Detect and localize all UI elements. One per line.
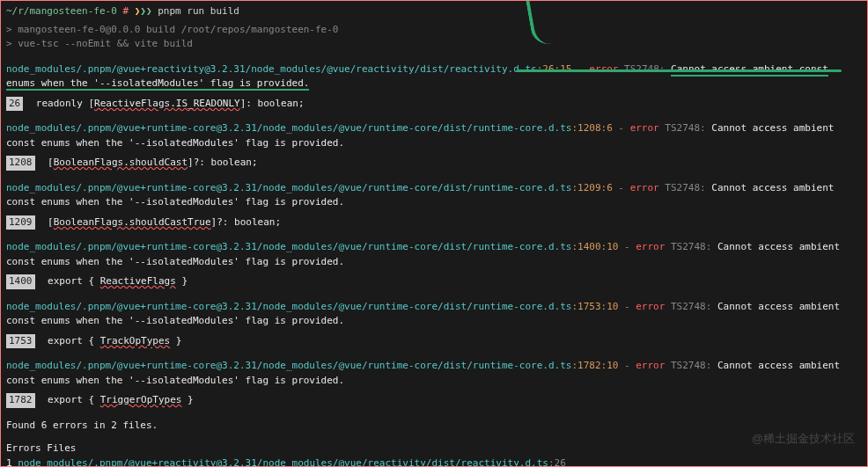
terminal-window[interactable]: ~/r/mangosteen-fe-0 # ❯❯❯ pnpm run build… (0, 0, 868, 467)
error-location: node_modules/.pnpm/@vue+runtime-core@3.2… (6, 181, 862, 210)
error-location: node_modules/.pnpm/@vue+runtime-core@3.2… (6, 300, 862, 329)
summary-header: Errors Files (6, 441, 862, 456)
build-line-1: > mangosteen-fe-0@0.0.0 build /root/repo… (6, 23, 862, 38)
error-snippet: 1208 [BooleanFlags.shouldCast]?: boolean… (6, 156, 862, 171)
summary-found: Found 6 errors in 2 files. (6, 419, 862, 434)
error-block: node_modules/.pnpm/@vue+runtime-core@3.2… (6, 240, 862, 289)
annotation-underline (516, 69, 842, 72)
prompt-separator-2: ❯❯ (140, 5, 151, 17)
error-snippet: 26 readonly [ReactiveFlags.IS_READONLY]:… (6, 97, 862, 112)
prompt-command: pnpm run build (158, 5, 239, 17)
error-block: node_modules/.pnpm/@vue+runtime-core@3.2… (6, 300, 862, 349)
error-block: node_modules/.pnpm/@vue+runtime-core@3.2… (6, 359, 862, 408)
build-line-2: > vue-tsc --noEmit && vite build (6, 37, 862, 52)
error-block: node_modules/.pnpm/@vue+runtime-core@3.2… (6, 121, 862, 171)
prompt-path: ~/r/mangosteen-fe-0 (6, 5, 117, 17)
summary: Found 6 errors in 2 files. Errors Files … (6, 419, 862, 468)
error-location: node_modules/.pnpm/@vue+runtime-core@3.2… (6, 359, 862, 388)
prompt-hash: # (122, 5, 134, 17)
error-snippet: 1753 export { TrackOpTypes } (6, 334, 862, 349)
errors-list: node_modules/.pnpm/@vue+reactivity@3.2.3… (6, 62, 862, 408)
error-block: node_modules/.pnpm/@vue+runtime-core@3.2… (6, 181, 862, 230)
error-location: node_modules/.pnpm/@vue+runtime-core@3.2… (6, 121, 862, 150)
error-location: node_modules/.pnpm/@vue+reactivity@3.2.3… (6, 62, 862, 91)
error-snippet: 1782 export { TriggerOpTypes } (6, 393, 862, 408)
watermark: @稀土掘金技术社区 (752, 430, 855, 448)
build-header: > mangosteen-fe-0@0.0.0 build /root/repo… (6, 23, 862, 52)
prompt-line: ~/r/mangosteen-fe-0 # ❯❯❯ pnpm run build (6, 4, 862, 19)
summary-row-1: 1 node_modules/.pnpm/@vue+reactivity@3.2… (6, 456, 862, 468)
error-location: node_modules/.pnpm/@vue+runtime-core@3.2… (6, 240, 862, 269)
error-snippet: 1400 export { ReactiveFlags } (6, 274, 862, 289)
error-snippet: 1209 [BooleanFlags.shouldCastTrue]?: boo… (6, 215, 862, 230)
